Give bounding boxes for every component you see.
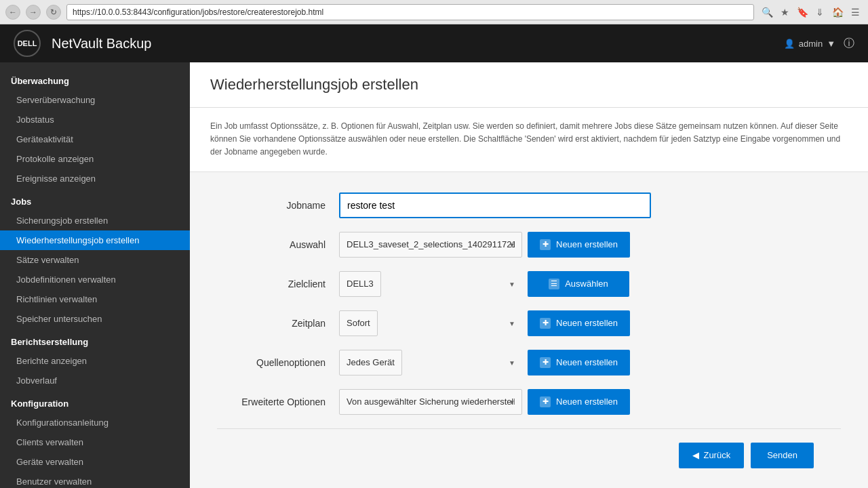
quellenoptionen-select[interactable]: Jedes Gerät bbox=[339, 350, 402, 375]
sidebar-section-uberwachung: Überwachung Serverüberwachung Jobstatus … bbox=[0, 68, 190, 188]
user-dropdown-icon: ▼ bbox=[827, 39, 835, 49]
zielclient-select[interactable]: DELL3 bbox=[339, 271, 381, 297]
sidebar-item-protokolle[interactable]: Protokolle anzeigen bbox=[0, 149, 190, 169]
sidebar-item-ereignisse[interactable]: Ereignisse anzeigen bbox=[0, 169, 190, 188]
erweiterte-controls: Von ausgewählter Sicherung wiederherstel… bbox=[339, 389, 841, 415]
zielclient-row: Zielclient DELL3 ☰ Auswählen bbox=[217, 271, 841, 297]
quellenoptionen-controls: Jedes Gerät ✚ Neuen erstellen bbox=[339, 350, 841, 375]
plus-icon-erweiterte: ✚ bbox=[540, 396, 551, 407]
search-bar-icon[interactable]: 🔍 bbox=[760, 5, 774, 20]
user-menu[interactable]: 👤 admin ▼ bbox=[784, 39, 835, 49]
zeitplan-row: Zeitplan Sofort ✚ Neuen erstellen bbox=[217, 310, 841, 336]
main-content: Wiederherstellungsjob erstellen Ein Job … bbox=[190, 62, 868, 488]
sidebar-item-gerate[interactable]: Geräte verwalten bbox=[0, 452, 190, 472]
user-icon: 👤 bbox=[784, 39, 795, 49]
browser-chrome: ← → ↻ 🔍 ★ 🔖 ⇓ 🏠 ☰ bbox=[0, 0, 868, 24]
info-box: Ein Job umfasst Optionssätze, z. B. Opti… bbox=[190, 108, 868, 172]
star-icon[interactable]: ★ bbox=[777, 5, 792, 20]
back-button[interactable]: ◀ Zurück bbox=[679, 443, 744, 468]
sidebar-section-berichtserstellung: Berichtserstellung Berichte anzeigen Job… bbox=[0, 329, 190, 390]
quellenoptionen-neuen-erstellen-button[interactable]: ✚ Neuen erstellen bbox=[528, 350, 630, 375]
jobname-controls bbox=[339, 192, 841, 218]
zeitplan-label: Zeitplan bbox=[217, 318, 339, 329]
home-icon[interactable]: 🏠 bbox=[830, 5, 845, 20]
sidebar-section-konfiguration: Konfiguration Konfigurationsanleitung Cl… bbox=[0, 390, 190, 488]
sidebar-section-jobs: Jobs Sicherungsjob erstellen Wiederherst… bbox=[0, 188, 190, 329]
sidebar-item-satze-verwalten[interactable]: Sätze verwalten bbox=[0, 250, 190, 270]
sidebar-item-serveruberwachung[interactable]: Serverüberwachung bbox=[0, 90, 190, 110]
erweiterte-row: Erweiterte Optionen Von ausgewählter Sic… bbox=[217, 389, 841, 415]
sidebar-item-wiederherstellungsjob[interactable]: Wiederherstellungsjob erstellen bbox=[0, 230, 190, 250]
plus-icon: ✚ bbox=[540, 239, 551, 250]
sidebar-section-title-konfiguration: Konfiguration bbox=[0, 390, 190, 413]
auswahl-neuen-erstellen-button[interactable]: ✚ Neuen erstellen bbox=[528, 232, 630, 258]
quellenoptionen-label: Quellenoptionen bbox=[217, 357, 339, 368]
download-icon[interactable]: ⇓ bbox=[812, 5, 827, 20]
sidebar-item-jobstatus[interactable]: Jobstatus bbox=[0, 110, 190, 129]
sidebar: Überwachung Serverüberwachung Jobstatus … bbox=[0, 62, 190, 488]
browser-toolbar: 🔍 ★ 🔖 ⇓ 🏠 ☰ bbox=[760, 5, 863, 20]
sidebar-item-richtlinien[interactable]: Richtlinien verwalten bbox=[0, 289, 190, 309]
back-arrow-icon: ◀ bbox=[692, 450, 699, 460]
sidebar-section-title-berichtserstellung: Berichtserstellung bbox=[0, 329, 190, 351]
sidebar-item-sicherungsjob[interactable]: Sicherungsjob erstellen bbox=[0, 211, 190, 230]
app-title: NetVault Backup bbox=[52, 36, 784, 52]
plus-icon-quellen: ✚ bbox=[540, 357, 551, 368]
app-container: DELL NetVault Backup 👤 admin ▼ ⓘ Überwac… bbox=[0, 24, 868, 488]
jobname-label: Jobname bbox=[217, 200, 339, 211]
zeitplan-controls: Sofort ✚ Neuen erstellen bbox=[339, 310, 841, 336]
sidebar-section-title-jobs: Jobs bbox=[0, 188, 190, 211]
url-bar[interactable] bbox=[66, 4, 754, 20]
sidebar-item-konfigurationsanleitung[interactable]: Konfigurationsanleitung bbox=[0, 413, 190, 432]
sidebar-item-berichte[interactable]: Berichte anzeigen bbox=[0, 351, 190, 371]
erweiterte-neuen-erstellen-button[interactable]: ✚ Neuen erstellen bbox=[528, 389, 630, 415]
footer-bar: ◀ Zurück Senden bbox=[217, 428, 841, 482]
refresh-button[interactable]: ↻ bbox=[46, 5, 61, 20]
jobname-row: Jobname bbox=[217, 192, 841, 218]
sidebar-item-jobverlauf[interactable]: Jobverlauf bbox=[0, 371, 190, 390]
zeitplan-neuen-erstellen-button[interactable]: ✚ Neuen erstellen bbox=[528, 310, 630, 336]
back-nav-button[interactable]: ← bbox=[5, 5, 20, 20]
page-title: Wiederherstellungsjob erstellen bbox=[190, 62, 868, 108]
select-icon: ☰ bbox=[549, 279, 559, 289]
zielclient-select-wrapper: DELL3 bbox=[339, 271, 522, 297]
sidebar-section-title-uberwachung: Überwachung bbox=[0, 68, 190, 90]
sidebar-item-speicher[interactable]: Speicher untersuchen bbox=[0, 309, 190, 329]
auswahl-row: Auswahl DELL3_saveset_2_selections_14029… bbox=[217, 232, 841, 258]
erweiterte-select[interactable]: Von ausgewählter Sicherung wiederherstel… bbox=[339, 389, 522, 415]
zeitplan-select[interactable]: Sofort bbox=[339, 310, 378, 336]
zielclient-auswahlen-button[interactable]: ☰ Auswählen bbox=[528, 271, 629, 297]
jobname-input[interactable] bbox=[339, 192, 651, 218]
sidebar-item-clients[interactable]: Clients verwalten bbox=[0, 432, 190, 452]
sidebar-item-benutzer[interactable]: Benutzer verwalten bbox=[0, 472, 190, 488]
erweiterte-label: Erweiterte Optionen bbox=[217, 396, 339, 407]
app-header: DELL NetVault Backup 👤 admin ▼ ⓘ bbox=[0, 24, 868, 62]
app-body: Überwachung Serverüberwachung Jobstatus … bbox=[0, 62, 868, 488]
auswahl-select-wrapper: DELL3_saveset_2_selections_1402911721099 bbox=[339, 232, 522, 258]
user-label: admin bbox=[799, 39, 823, 49]
info-icon[interactable]: ⓘ bbox=[844, 37, 854, 51]
erweiterte-select-wrapper: Von ausgewählter Sicherung wiederherstel… bbox=[339, 389, 522, 415]
auswahl-label: Auswahl bbox=[217, 239, 339, 250]
sidebar-item-jobdefinitionen[interactable]: Jobdefinitionen verwalten bbox=[0, 270, 190, 289]
zielclient-label: Zielclient bbox=[217, 279, 339, 289]
quellenoptionen-row: Quellenoptionen Jedes Gerät ✚ Neuen erst… bbox=[217, 350, 841, 375]
menu-icon[interactable]: ☰ bbox=[848, 5, 863, 20]
quellenoptionen-select-wrapper: Jedes Gerät bbox=[339, 350, 522, 375]
sidebar-item-gerateaktivitat[interactable]: Geräteaktivität bbox=[0, 129, 190, 149]
dell-logo: DELL bbox=[14, 30, 41, 57]
send-button[interactable]: Senden bbox=[751, 443, 814, 468]
zeitplan-select-wrapper: Sofort bbox=[339, 310, 522, 336]
auswahl-select[interactable]: DELL3_saveset_2_selections_1402911721099 bbox=[339, 232, 522, 258]
forward-nav-button[interactable]: → bbox=[26, 5, 41, 20]
bookmark-icon[interactable]: 🔖 bbox=[795, 5, 810, 20]
auswahl-controls: DELL3_saveset_2_selections_1402911721099… bbox=[339, 232, 841, 258]
form-container: Jobname Auswahl DELL3_saveset_2_selectio… bbox=[190, 172, 868, 488]
header-right: 👤 admin ▼ ⓘ bbox=[784, 37, 854, 51]
plus-icon-zeitplan: ✚ bbox=[540, 318, 551, 329]
zielclient-controls: DELL3 ☰ Auswählen bbox=[339, 271, 841, 297]
